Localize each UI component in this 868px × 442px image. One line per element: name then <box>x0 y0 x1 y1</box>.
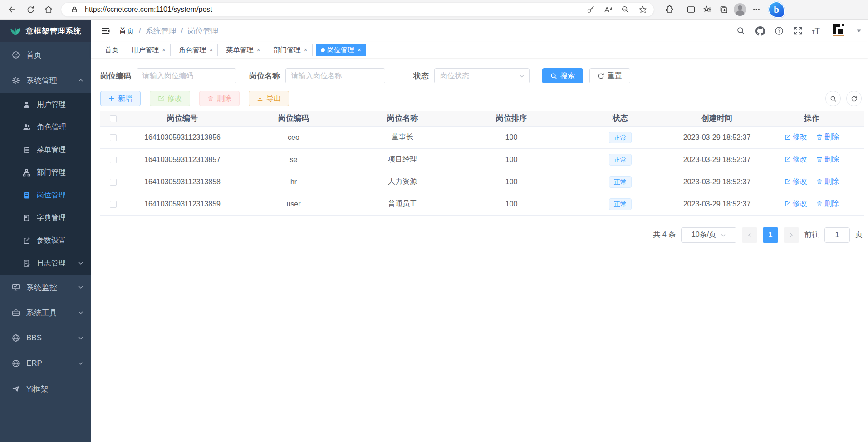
sidebar-item-menu-mgmt[interactable]: 菜单管理 <box>0 138 91 161</box>
row-edit-link[interactable]: 修改 <box>785 133 807 142</box>
browser-back-button[interactable] <box>5 2 20 17</box>
bing-chat-icon[interactable]: b <box>768 1 785 18</box>
tab-dept-mgmt[interactable]: 部门管理× <box>269 44 313 56</box>
delete-button[interactable]: 删除 <box>199 91 240 106</box>
favorites-icon[interactable] <box>700 2 715 17</box>
tab-user-mgmt[interactable]: 用户管理× <box>127 44 171 56</box>
tab-close-icon[interactable]: × <box>304 47 308 53</box>
search-icon <box>830 95 837 102</box>
status-badge: 正常 <box>609 176 632 188</box>
edit-icon <box>158 95 164 102</box>
row-checkbox[interactable] <box>110 179 117 186</box>
content: 岗位编码 岗位名称 状态 岗位状态 <box>91 58 868 442</box>
profile-avatar[interactable] <box>733 2 747 17</box>
browser-refresh-button[interactable] <box>23 2 38 17</box>
sidebar-item-home[interactable]: 首页 <box>0 42 91 68</box>
tab-home[interactable]: 首页 <box>100 44 123 56</box>
post-code-input[interactable] <box>137 68 236 83</box>
col-post-sort: 岗位排序 <box>457 111 566 126</box>
search-button[interactable]: 搜索 <box>542 68 583 83</box>
tab-close-icon[interactable]: × <box>256 47 260 53</box>
sidebar-item-yi-framework[interactable]: Yi框架 <box>0 376 91 402</box>
row-edit-link[interactable]: 修改 <box>785 199 807 209</box>
plus-icon <box>108 95 115 102</box>
sidebar-collapse-icon[interactable] <box>99 24 113 38</box>
sidebar-item-erp[interactable]: ERP <box>0 351 91 376</box>
sidebar-item-log-mgmt[interactable]: 日志管理 <box>0 252 91 275</box>
sidebar-item-param-settings[interactable]: 参数设置 <box>0 229 91 252</box>
status-select[interactable]: 岗位状态 <box>434 68 530 83</box>
settings-more-icon[interactable] <box>749 2 764 17</box>
sidebar-item-dict-mgmt[interactable]: 字典管理 <box>0 206 91 229</box>
extensions-icon[interactable] <box>662 2 676 17</box>
toolbox-icon <box>12 309 20 317</box>
tab-menu-mgmt[interactable]: 菜单管理× <box>221 44 265 56</box>
page-size-select[interactable]: 10条/页 <box>681 227 736 243</box>
sidebar-item-user-mgmt[interactable]: 用户管理 <box>0 93 91 116</box>
breadcrumb-home[interactable]: 首页 <box>119 26 134 36</box>
chevron-up-icon <box>78 78 83 83</box>
prev-page-button[interactable] <box>742 227 757 243</box>
row-checkbox[interactable] <box>110 201 117 208</box>
post-name-input[interactable] <box>285 68 385 83</box>
add-button[interactable]: 新增 <box>100 91 141 106</box>
sidebar-item-bbs[interactable]: BBS <box>0 325 91 351</box>
tab-post-mgmt[interactable]: 岗位管理× <box>316 44 366 56</box>
app-logo[interactable]: 意框架管理系统 <box>0 20 91 42</box>
chevron-down-icon <box>78 335 83 341</box>
browser-actions: b <box>662 1 785 18</box>
goto-page-input[interactable] <box>824 227 850 243</box>
row-edit-link[interactable]: 修改 <box>785 177 807 187</box>
reset-button[interactable]: 重置 <box>589 68 630 83</box>
user-avatar[interactable] <box>831 23 847 39</box>
split-screen-icon[interactable] <box>684 2 698 17</box>
table-row: 1641030593112313859 user 普通员工 100 正常 202… <box>100 193 864 215</box>
zoom-out-icon[interactable] <box>618 3 632 16</box>
github-icon[interactable] <box>755 25 765 36</box>
sidebar-item-system-monitor[interactable]: 系统监控 <box>0 275 91 300</box>
add-favorite-icon[interactable] <box>636 3 649 16</box>
read-aloud-icon[interactable] <box>601 3 615 16</box>
browser-home-button[interactable] <box>41 2 56 17</box>
avatar-dropdown-caret[interactable] <box>856 29 862 33</box>
row-delete-link[interactable]: 删除 <box>816 177 839 187</box>
collections-icon[interactable] <box>716 2 731 17</box>
export-button[interactable]: 导出 <box>249 91 289 106</box>
url-text[interactable]: https://ccnetcore.com:1101/system/post <box>85 5 580 14</box>
tab-close-icon[interactable]: × <box>358 47 361 53</box>
tab-close-icon[interactable]: × <box>162 47 166 53</box>
row-checkbox[interactable] <box>110 134 117 141</box>
tab-close-icon[interactable]: × <box>209 47 213 53</box>
sidebar-item-system-tools[interactable]: 系统工具 <box>0 300 91 325</box>
row-delete-link[interactable]: 删除 <box>816 155 839 164</box>
edit-button[interactable]: 修改 <box>150 91 190 106</box>
sidebar-item-role-mgmt[interactable]: 角色管理 <box>0 116 91 138</box>
table-search-button[interactable] <box>825 91 841 106</box>
table-refresh-button[interactable] <box>846 91 862 106</box>
help-icon[interactable] <box>774 25 785 36</box>
status-badge: 正常 <box>609 154 632 166</box>
monitor-icon <box>12 283 20 291</box>
sidebar-item-dept-mgmt[interactable]: 部门管理 <box>0 161 91 184</box>
row-delete-link[interactable]: 删除 <box>816 199 839 209</box>
sidebar-item-system-mgmt[interactable]: 系统管理 <box>0 68 91 93</box>
paper-plane-icon <box>12 385 20 393</box>
col-status: 状态 <box>566 111 675 126</box>
page-number-current[interactable]: 1 <box>763 227 778 243</box>
select-all-checkbox[interactable] <box>110 115 117 122</box>
leaf-logo-icon <box>10 25 21 36</box>
row-delete-link[interactable]: 删除 <box>816 133 839 142</box>
row-edit-link[interactable]: 修改 <box>785 155 807 164</box>
font-size-icon[interactable]: тT <box>812 26 820 36</box>
chevron-down-icon <box>721 232 726 238</box>
address-bar[interactable]: https://ccnetcore.com:1101/system/post <box>61 2 654 17</box>
password-key-icon[interactable] <box>584 3 598 16</box>
sidebar-item-post-mgmt[interactable]: 岗位管理 <box>0 184 91 206</box>
header-search-icon[interactable] <box>736 25 746 36</box>
post-table: 岗位编号 岗位编码 岗位名称 岗位排序 状态 创建时间 操作 16410305 <box>100 111 864 216</box>
tab-role-mgmt[interactable]: 角色管理× <box>174 44 218 56</box>
row-checkbox[interactable] <box>110 157 117 163</box>
next-page-button[interactable] <box>784 227 799 243</box>
gear-icon <box>12 76 20 84</box>
fullscreen-icon[interactable] <box>793 25 804 36</box>
